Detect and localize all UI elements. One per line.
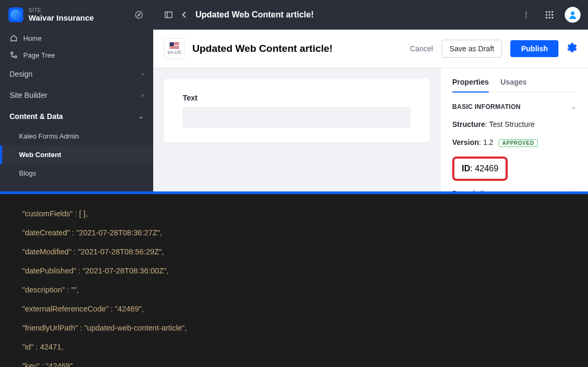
- page-title: Updated Web Content article!: [192, 43, 403, 54]
- svg-rect-14: [546, 17, 547, 19]
- chevron-down-icon: ⌄: [138, 113, 144, 120]
- kebab-icon[interactable]: [518, 7, 534, 23]
- site-logo[interactable]: [8, 7, 23, 22]
- back-icon[interactable]: [176, 7, 192, 23]
- topbar: Updated Web Content article!: [153, 0, 588, 30]
- svg-rect-15: [549, 17, 550, 19]
- highlighted-id: ID: 42469: [452, 157, 508, 181]
- chevron-right-icon: ›: [142, 70, 144, 78]
- svg-rect-3: [165, 12, 172, 18]
- cancel-button[interactable]: Cancel: [410, 44, 433, 53]
- terminal-line: "description" : "",: [22, 285, 584, 295]
- flag-us-icon: [170, 42, 179, 49]
- basic-info-section[interactable]: BASIC INFORMATION ⌄: [452, 103, 576, 111]
- text-input[interactable]: [183, 107, 410, 127]
- site-name: Waivar Insurance: [29, 13, 133, 22]
- terminal-line: "dateCreated" : "2021-07-28T08:36:27Z",: [22, 228, 584, 237]
- svg-rect-12: [549, 14, 550, 16]
- svg-rect-10: [552, 11, 553, 13]
- svg-rect-9: [549, 11, 550, 13]
- sidebar-section-content[interactable]: Content & Data ⌄: [0, 106, 153, 127]
- svg-rect-8: [546, 11, 547, 13]
- sidebar-section-builder[interactable]: Site Builder ›: [0, 85, 153, 106]
- prop-version: Version: 1.2 APPROVED: [452, 138, 576, 147]
- main-area: Updated Web Content article! en-US Updat…: [153, 0, 588, 191]
- user-avatar[interactable]: [565, 7, 581, 23]
- field-label-text: Text: [183, 94, 410, 102]
- svg-point-6: [526, 14, 527, 15]
- status-badge: APPROVED: [499, 139, 538, 147]
- svg-point-7: [526, 16, 527, 17]
- sidebar-sub-webcontent[interactable]: Web Content: [0, 145, 153, 164]
- svg-rect-11: [546, 14, 547, 16]
- terminal-line: "friendlyUrlPath" : "updated-web-content…: [22, 323, 584, 333]
- svg-rect-1: [11, 52, 13, 54]
- highlighted-key: "key" : "42469",: [22, 362, 75, 367]
- save-draft-button[interactable]: Save as Draft: [442, 40, 502, 58]
- terminal-output: "customFields" : [ ], "dateCreated" : "2…: [0, 194, 588, 367]
- panel-toggle-icon[interactable]: [161, 7, 176, 23]
- tab-usages[interactable]: Usages: [500, 78, 527, 92]
- terminal-line: "customFields" : [ ],: [22, 209, 584, 218]
- compass-icon[interactable]: [133, 9, 145, 21]
- chevron-down-icon: ⌄: [571, 103, 576, 111]
- sidebar-item-label: Page Tree: [23, 51, 55, 59]
- sidebar-section-design[interactable]: Design ›: [0, 63, 153, 85]
- tree-icon: [10, 51, 18, 59]
- tab-properties[interactable]: Properties: [452, 78, 489, 93]
- site-header: SITE Waivar Insurance: [0, 0, 153, 30]
- terminal-line: "key" : "42469",: [22, 361, 584, 367]
- home-icon: [10, 34, 18, 42]
- svg-rect-13: [552, 14, 553, 16]
- svg-point-17: [571, 12, 575, 15]
- site-label: SITE: [29, 7, 133, 13]
- sidebar-sub-blogs[interactable]: Blogs: [0, 164, 153, 182]
- locale-code: en-US: [167, 50, 181, 55]
- chevron-right-icon: ›: [142, 91, 144, 99]
- sidebar-item-label: Home: [23, 34, 42, 42]
- publish-button[interactable]: Publish: [510, 40, 558, 57]
- editor-card: Text: [164, 79, 430, 142]
- prop-structure: Structure: Test Structure: [452, 120, 576, 129]
- properties-panel: Properties Usages BASIC INFORMATION ⌄ St…: [440, 68, 588, 191]
- terminal-line: "id" : 42471,: [22, 342, 584, 352]
- svg-point-5: [526, 12, 527, 13]
- gear-icon[interactable]: [567, 42, 577, 56]
- action-row: en-US Updated Web Content article! Cance…: [153, 30, 588, 68]
- terminal-line: "datePublished" : "2021-07-28T08:36:00Z"…: [22, 266, 584, 276]
- sidebar: SITE Waivar Insurance Home Page Tree Des…: [0, 0, 153, 191]
- sidebar-item-home[interactable]: Home: [0, 30, 153, 47]
- svg-rect-16: [552, 17, 553, 19]
- locale-selector[interactable]: en-US: [164, 38, 185, 59]
- editor-area: Text: [153, 68, 440, 191]
- terminal-line: "externalReferenceCode" : "42469",: [22, 304, 584, 314]
- apps-grid-icon[interactable]: [542, 7, 557, 23]
- sidebar-sub-kaleo[interactable]: Kaleo Forms Admin: [0, 127, 153, 145]
- svg-point-0: [136, 12, 143, 19]
- topbar-title: Updated Web Content article!: [195, 10, 518, 20]
- terminal-line: "dateModified" : "2021-07-28T08:56:29Z",: [22, 247, 584, 256]
- sidebar-item-pagetree[interactable]: Page Tree: [0, 47, 153, 63]
- svg-rect-2: [15, 56, 17, 58]
